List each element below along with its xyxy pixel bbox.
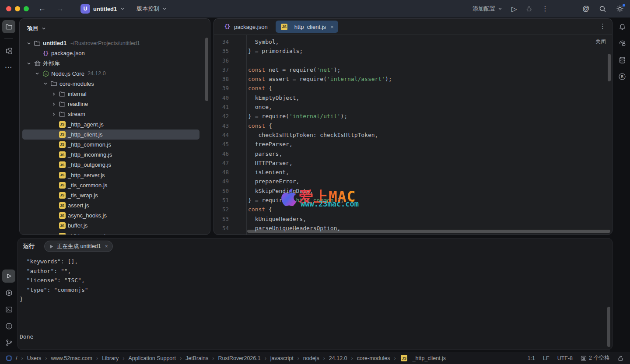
run-config-selector[interactable]: 添加配置 bbox=[472, 5, 503, 13]
project-root-icon[interactable] bbox=[6, 355, 12, 361]
code-line[interactable]: 39const { bbox=[214, 84, 612, 93]
tree-item-package.json[interactable]: {}package.json bbox=[20, 48, 210, 58]
code-line[interactable]: 37const net = require('net'); bbox=[214, 65, 612, 74]
code-line[interactable]: 40 kEmptyObject, bbox=[214, 93, 612, 102]
more-tool-windows-button[interactable]: ··· bbox=[2, 61, 15, 74]
tree-item-Node.js Core[interactable]: jsNode.js Core24.12.0 bbox=[20, 69, 210, 79]
notifications-button[interactable] bbox=[616, 20, 629, 33]
services-tool-button[interactable] bbox=[2, 286, 15, 299]
tree-item-_tls_wrap.js[interactable]: JS_tls_wrap.js bbox=[20, 190, 210, 200]
tree-chevron-icon[interactable] bbox=[50, 91, 58, 97]
project-panel-header[interactable]: 项目 bbox=[20, 19, 210, 38]
breadcrumb-Application Support[interactable]: Application Support bbox=[129, 355, 176, 361]
tab-options-icon[interactable]: ⋮ bbox=[599, 22, 606, 30]
minimize-window-button[interactable] bbox=[15, 6, 20, 11]
run-console-output[interactable]: "keywords": [], "author": "", "license":… bbox=[18, 254, 612, 342]
project-widget[interactable]: U untitled1 bbox=[80, 4, 125, 14]
tree-item-core-modules[interactable]: core-modules bbox=[20, 79, 210, 89]
tree-chevron-icon[interactable] bbox=[50, 111, 58, 117]
close-icon[interactable]: × bbox=[105, 243, 108, 249]
breadcrumb-root[interactable]: / bbox=[16, 355, 17, 361]
database-button[interactable] bbox=[616, 53, 629, 66]
maximize-window-button[interactable] bbox=[24, 6, 29, 11]
code-line[interactable]: 34 Symbol, bbox=[214, 37, 612, 46]
tree-item-child_process.js[interactable]: JSchild_process.js bbox=[20, 231, 210, 235]
code-line[interactable]: 38const assert = require('internal/asser… bbox=[214, 74, 612, 84]
editor-tab-_http_client.js[interactable]: JS_http_client.js× bbox=[276, 21, 338, 33]
code-line[interactable]: 51} = require('_http_common'); bbox=[214, 196, 612, 205]
code-line[interactable]: 45 freeParser, bbox=[214, 140, 612, 149]
structure-tool-button[interactable] bbox=[2, 44, 15, 57]
code-line[interactable]: 52const { bbox=[214, 205, 612, 214]
tree-item-assert.js[interactable]: JSassert.js bbox=[20, 200, 210, 210]
settings-button[interactable] bbox=[616, 5, 624, 13]
code-line[interactable]: 46 parsers, bbox=[214, 149, 612, 158]
code-line[interactable]: 47 HTTPParser, bbox=[214, 158, 612, 168]
breadcrumb-Users[interactable]: Users bbox=[27, 355, 42, 361]
tree-item-_http_client.js[interactable]: JS_http_client.js bbox=[22, 130, 200, 140]
tree-chevron-icon[interactable] bbox=[42, 80, 49, 87]
editor-vertical-scrollbar[interactable] bbox=[608, 54, 611, 81]
terminal-tool-button[interactable] bbox=[2, 303, 15, 316]
git-tool-button[interactable] bbox=[2, 336, 15, 349]
tree-item-readline[interactable]: readline bbox=[20, 99, 210, 109]
rust-plugin-button[interactable]: R bbox=[616, 70, 629, 83]
code-line[interactable]: 50 kSkipPendingData, bbox=[214, 186, 612, 196]
tree-item-stream[interactable]: stream bbox=[20, 109, 210, 119]
code-line[interactable]: 41 once, bbox=[214, 102, 612, 112]
tree-chevron-icon[interactable] bbox=[50, 101, 58, 107]
tree-item-internal[interactable]: internal bbox=[20, 89, 210, 99]
breadcrumb-file[interactable]: _http_client.js bbox=[413, 355, 446, 361]
tree-item-_http_server.js[interactable]: JS_http_server.js bbox=[20, 170, 210, 180]
code-line[interactable]: 49 prepareError, bbox=[214, 177, 612, 186]
unlock-icon[interactable] bbox=[618, 355, 624, 361]
tree-chevron-icon[interactable] bbox=[33, 70, 41, 77]
run-session-tab[interactable]: 正在生成 untitled1 × bbox=[44, 241, 113, 252]
tree-item-untitled1[interactable]: untitled1~/RustroverProjects/untitled1 bbox=[20, 38, 210, 48]
back-arrow-icon[interactable]: ← bbox=[38, 4, 46, 13]
vcs-widget[interactable]: 版本控制 bbox=[136, 5, 167, 13]
tree-item-buffer.js[interactable]: JSbuffer.js bbox=[20, 220, 210, 231]
problems-tool-button[interactable] bbox=[2, 319, 15, 332]
tree-item-_tls_common.js[interactable]: JS_tls_common.js bbox=[20, 180, 210, 190]
more-options-icon[interactable]: ⋮ bbox=[542, 5, 548, 13]
ai-chat-button[interactable] bbox=[616, 37, 629, 50]
close-icon[interactable]: × bbox=[330, 24, 334, 30]
code-area[interactable]: 34 Symbol,35} = primordials;3637const ne… bbox=[214, 35, 612, 235]
tree-item-_http_incoming.js[interactable]: JS_http_incoming.js bbox=[20, 150, 210, 160]
line-ending[interactable]: LF bbox=[543, 355, 550, 361]
editor-tab-package.json[interactable]: {}package.json bbox=[218, 21, 272, 33]
code-line[interactable]: 53 kUniqueHeaders, bbox=[214, 214, 612, 224]
project-scrollbar[interactable] bbox=[205, 38, 208, 101]
ai-assistant-icon[interactable]: @ bbox=[582, 5, 589, 13]
tree-chevron-icon[interactable] bbox=[25, 60, 33, 66]
close-window-button[interactable] bbox=[6, 6, 11, 11]
tree-chevron-icon[interactable] bbox=[25, 40, 33, 46]
file-encoding[interactable]: UTF-8 bbox=[557, 355, 573, 361]
breadcrumb-Library[interactable]: Library bbox=[102, 355, 119, 361]
tree-item-_http_agent.js[interactable]: JS_http_agent.js bbox=[20, 119, 210, 130]
project-tool-button[interactable] bbox=[2, 20, 15, 33]
close-banner-link[interactable]: 关闭 bbox=[595, 38, 606, 46]
caret-position[interactable]: 1:1 bbox=[528, 355, 535, 361]
tree-item-_http_common.js[interactable]: JS_http_common.js bbox=[20, 140, 210, 150]
indent-setting[interactable]: 2 个空格 bbox=[581, 354, 610, 362]
code-line[interactable]: 43const { bbox=[214, 121, 612, 130]
code-line[interactable]: 35} = primordials; bbox=[214, 46, 612, 56]
breadcrumb-RustRover2026.1[interactable]: RustRover2026.1 bbox=[218, 355, 260, 361]
code-line[interactable]: 44 _checkIsHttpToken: checkIsHttpToken, bbox=[214, 130, 612, 140]
code-line[interactable]: 36 bbox=[214, 56, 612, 65]
breadcrumb-www.52mac.com[interactable]: www.52mac.com bbox=[51, 355, 92, 361]
breadcrumb-JetBrains[interactable]: JetBrains bbox=[186, 355, 208, 361]
breadcrumb-javascript[interactable]: javascript bbox=[270, 355, 294, 361]
console-scrollbar[interactable] bbox=[607, 307, 610, 347]
code-line[interactable]: 42} = require('internal/util'); bbox=[214, 112, 612, 121]
code-line[interactable]: 48 isLenient, bbox=[214, 168, 612, 177]
breadcrumb-core-modules[interactable]: core-modules bbox=[357, 355, 390, 361]
tree-item-外部库[interactable]: 外部库 bbox=[20, 58, 210, 68]
run-tool-button[interactable] bbox=[2, 270, 15, 283]
breadcrumb-24.12.0[interactable]: 24.12.0 bbox=[329, 355, 347, 361]
tree-item-async_hooks.js[interactable]: JSasync_hooks.js bbox=[20, 210, 210, 220]
tree-item-_http_outgoing.js[interactable]: JS_http_outgoing.js bbox=[20, 160, 210, 170]
search-icon[interactable] bbox=[599, 5, 606, 13]
